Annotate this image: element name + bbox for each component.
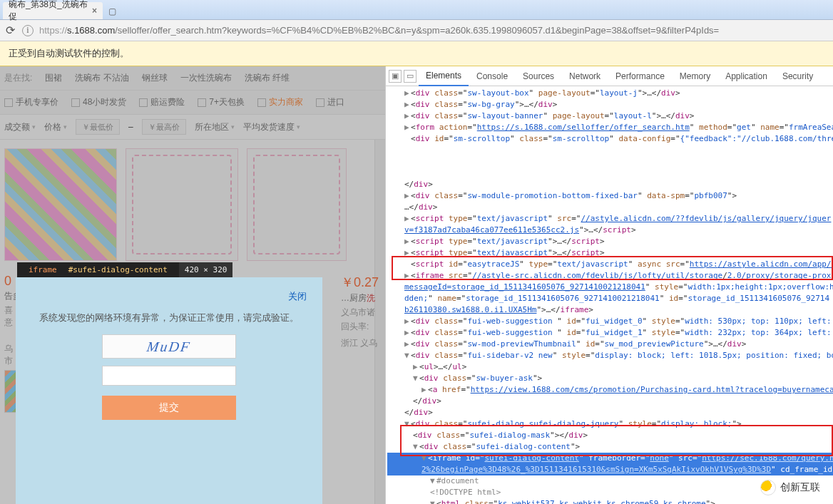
tab-network[interactable]: Network bbox=[562, 67, 608, 86]
element-highlight-tooltip: iframe#sufei-dialog-content 420 × 320 bbox=[17, 262, 232, 277]
browser-tab-strip: 碗布_第38页_洗碗布促 × ▢ bbox=[0, 0, 833, 20]
device-toggle-icon[interactable]: ▭ bbox=[404, 70, 416, 83]
url-field[interactable]: https://s.1688.com/selloffer/offer_searc… bbox=[39, 25, 827, 36]
new-tab-button[interactable]: ▢ bbox=[103, 4, 122, 19]
captcha-input[interactable] bbox=[102, 366, 236, 386]
devtools-tabs: ▣ ▭ Elements Console Sources Network Per… bbox=[386, 66, 833, 86]
submit-button[interactable]: 提交 bbox=[102, 396, 236, 420]
tab-security[interactable]: Security bbox=[775, 67, 820, 86]
highlight-annotation bbox=[392, 256, 833, 280]
page-viewport: 是在找: 围裙 洗碗布 不沾油 钢丝球 一次性洗碗布 洗碗布 纤维 手机专享价 … bbox=[0, 66, 385, 504]
dialog-close-link[interactable]: 关闭 bbox=[288, 290, 307, 303]
highlight-annotation bbox=[400, 425, 833, 456]
captcha-dialog: 关闭 系统发现您的网络环境有异常，为保证正常使用，请完成验证。 MuDF 提交 bbox=[16, 277, 322, 504]
tab-sources[interactable]: Sources bbox=[516, 67, 561, 86]
inspect-icon[interactable]: ▣ bbox=[389, 70, 402, 83]
browser-tab[interactable]: 碗布_第38页_洗碗布促 × bbox=[3, 2, 103, 19]
tab-memory[interactable]: Memory bbox=[673, 67, 717, 86]
automation-banner: 正受到自动测试软件的控制。 bbox=[0, 41, 833, 66]
address-bar: ⟳ i https://s.1688.com/selloffer/offer_s… bbox=[0, 20, 833, 41]
watermark-text: 创新互联 bbox=[780, 481, 820, 494]
url-domain: s.1688.com bbox=[67, 25, 115, 36]
devtools-panel: ▣ ▭ Elements Console Sources Network Per… bbox=[385, 66, 833, 504]
watermark-icon bbox=[760, 480, 776, 495]
reload-icon[interactable]: ⟳ bbox=[6, 24, 15, 37]
tab-elements[interactable]: Elements bbox=[419, 66, 469, 86]
url-path: /selloffer/offer_search.htm?keywords=%CF… bbox=[115, 25, 719, 36]
site-info-icon[interactable]: i bbox=[22, 25, 34, 36]
tab-performance[interactable]: Performance bbox=[608, 67, 672, 86]
dialog-message: 系统发现您的网络环境有异常，为保证正常使用，请完成验证。 bbox=[36, 312, 302, 324]
captcha-image[interactable]: MuDF bbox=[102, 334, 236, 359]
url-scheme: https:// bbox=[39, 25, 67, 36]
watermark: 创新互联 bbox=[760, 480, 820, 495]
tab-console[interactable]: Console bbox=[469, 67, 515, 86]
dom-tree[interactable]: ▶<div class="sw-layout-box" page-layout=… bbox=[386, 86, 833, 504]
tab-application[interactable]: Application bbox=[718, 67, 775, 86]
close-icon[interactable]: × bbox=[92, 6, 97, 16]
tab-title: 碗布_第38页_洗碗布促 bbox=[9, 0, 88, 23]
